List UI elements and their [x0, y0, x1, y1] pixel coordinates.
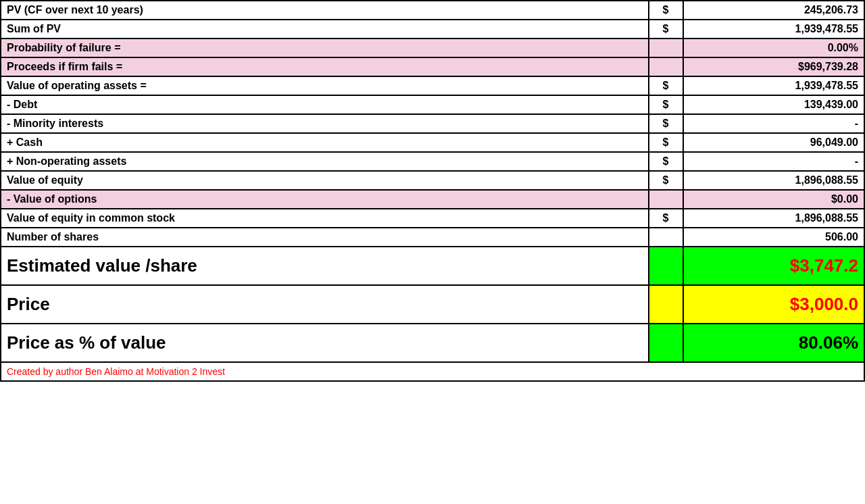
- row-cash: + Cash$96,049.00: [1, 133, 864, 152]
- row-num-shares: Number of shares506.00: [1, 228, 864, 247]
- currency-value-equity-common: $: [649, 209, 683, 228]
- row-value-options: - Value of options$0.00: [1, 190, 864, 209]
- value-minority-interests: -: [683, 114, 864, 133]
- value-debt: 139,439.00: [683, 95, 864, 114]
- currency-proceeds-fail: [649, 57, 683, 76]
- label-prob-failure: Probability of failure =: [1, 39, 649, 57]
- price-row: Price $3,000.0: [1, 285, 864, 324]
- row-value-equity: Value of equity$1,896,088.55: [1, 171, 864, 190]
- value-sum-pv: 1,939,478.55: [683, 20, 864, 39]
- value-value-operating: 1,939,478.55: [683, 76, 864, 95]
- label-value-options: - Value of options: [1, 190, 649, 209]
- label-num-shares: Number of shares: [1, 228, 649, 247]
- estimated-value-currency: [649, 247, 683, 285]
- author-text: Created by author Ben Alaimo at Motivati…: [1, 362, 864, 381]
- percent-currency: [649, 324, 683, 362]
- label-value-equity-common: Value of equity in common stock: [1, 209, 649, 228]
- row-minority-interests: - Minority interests$-: [1, 114, 864, 133]
- estimated-value-row: Estimated value /share $3,747.2: [1, 247, 864, 285]
- value-value-options: $0.00: [683, 190, 864, 209]
- currency-cash: $: [649, 133, 683, 152]
- price-currency: [649, 285, 683, 324]
- currency-value-operating: $: [649, 76, 683, 95]
- label-cash: + Cash: [1, 133, 649, 152]
- row-non-operating: + Non-operating assets$-: [1, 152, 864, 171]
- price-label: Price: [1, 285, 649, 324]
- label-minority-interests: - Minority interests: [1, 114, 649, 133]
- row-value-equity-common: Value of equity in common stock$1,896,08…: [1, 209, 864, 228]
- row-value-operating: Value of operating assets =$1,939,478.55: [1, 76, 864, 95]
- value-num-shares: 506.00: [683, 228, 864, 247]
- value-pv-cf: 245,206.73: [683, 1, 864, 20]
- price-value: $3,000.0: [683, 285, 864, 324]
- label-debt: - Debt: [1, 95, 649, 114]
- currency-minority-interests: $: [649, 114, 683, 133]
- estimated-value-label: Estimated value /share: [1, 247, 649, 285]
- valuation-table: PV (CF over next 10 years)$245,206.73Sum…: [0, 0, 865, 382]
- label-proceeds-fail: Proceeds if firm fails =: [1, 57, 649, 76]
- currency-value-equity: $: [649, 171, 683, 190]
- main-container: PV (CF over next 10 years)$245,206.73Sum…: [0, 0, 865, 504]
- percent-row: Price as % of value 80.06%: [1, 324, 864, 362]
- row-debt: - Debt$139,439.00: [1, 95, 864, 114]
- currency-value-options: [649, 190, 683, 209]
- value-value-equity: 1,896,088.55: [683, 171, 864, 190]
- percent-value: 80.06%: [683, 324, 864, 362]
- row-sum-pv: Sum of PV$1,939,478.55: [1, 20, 864, 39]
- row-proceeds-fail: Proceeds if firm fails =$969,739.28: [1, 57, 864, 76]
- value-cash: 96,049.00: [683, 133, 864, 152]
- value-non-operating: -: [683, 152, 864, 171]
- value-prob-failure: 0.00%: [683, 39, 864, 57]
- currency-non-operating: $: [649, 152, 683, 171]
- estimated-value-value: $3,747.2: [683, 247, 864, 285]
- currency-sum-pv: $: [649, 20, 683, 39]
- label-value-operating: Value of operating assets =: [1, 76, 649, 95]
- label-non-operating: + Non-operating assets: [1, 152, 649, 171]
- currency-debt: $: [649, 95, 683, 114]
- label-value-equity: Value of equity: [1, 171, 649, 190]
- value-value-equity-common: 1,896,088.55: [683, 209, 864, 228]
- currency-pv-cf: $: [649, 1, 683, 20]
- label-sum-pv: Sum of PV: [1, 20, 649, 39]
- percent-label: Price as % of value: [1, 324, 649, 362]
- author-row: Created by author Ben Alaimo at Motivati…: [1, 362, 864, 381]
- row-prob-failure: Probability of failure =0.00%: [1, 39, 864, 57]
- row-pv-cf: PV (CF over next 10 years)$245,206.73: [1, 1, 864, 20]
- currency-prob-failure: [649, 39, 683, 57]
- value-proceeds-fail: $969,739.28: [683, 57, 864, 76]
- currency-num-shares: [649, 228, 683, 247]
- label-pv-cf: PV (CF over next 10 years): [1, 1, 649, 20]
